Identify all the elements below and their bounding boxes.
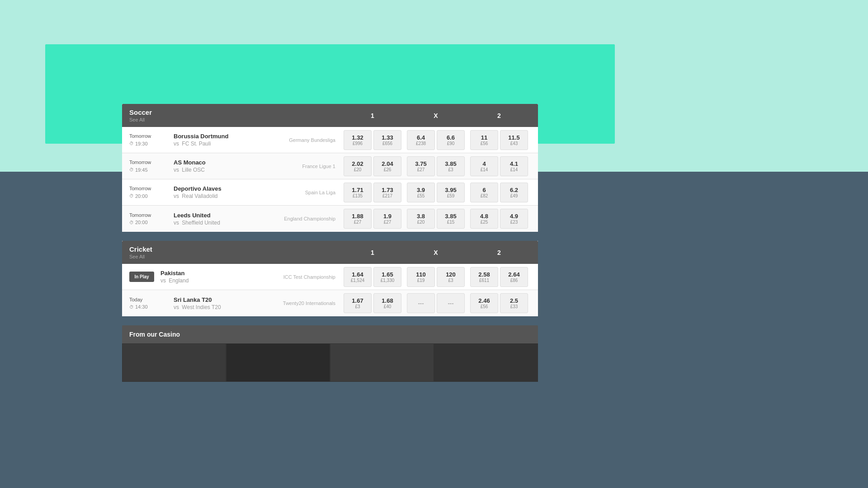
odds-group: 1.71 £135 1.73 £217 3.9 £55 3.95 xyxy=(341,183,531,202)
soccer-title: Soccer xyxy=(129,108,152,116)
odds-btn-xa[interactable]: 3.75 £27 xyxy=(407,156,435,176)
clock-icon: ⏱ xyxy=(129,304,134,310)
soccer-col1-header: 1 xyxy=(341,112,404,119)
clock-icon: ⏱ xyxy=(129,219,134,226)
odds-group: 2.02 £20 2.04 £26 3.75 £27 3.85 xyxy=(341,156,531,176)
odds-btn-xa[interactable]: 6.4 £238 xyxy=(407,130,435,150)
team1-name: Leeds United xyxy=(174,212,259,219)
cricket-see-all[interactable]: See All xyxy=(129,254,152,259)
team2-name: vs England xyxy=(160,277,259,284)
table-row: Tomorrow ⏱ 20:00 Leeds United vs Sheffie… xyxy=(122,206,538,232)
soccer-colx-header: X xyxy=(404,112,467,119)
team2-name: vs West Indies T20 xyxy=(174,304,259,310)
odds-btn-1b[interactable]: 2.04 £26 xyxy=(373,156,401,176)
clock-icon: ⏱ xyxy=(129,166,134,173)
match-time: 19:45 xyxy=(135,166,148,174)
team1-name: Borussia Dortmund xyxy=(174,133,259,140)
cricket-col1-header: 1 xyxy=(341,249,404,256)
league-name: Twenty20 Internationals xyxy=(259,300,341,306)
odds-btn-2a[interactable]: 2.46 £56 xyxy=(470,293,498,313)
match-time: 19:30 xyxy=(135,140,148,148)
odds-btn-xa[interactable]: 3.8 £20 xyxy=(407,209,435,229)
match-time: 20:00 xyxy=(135,192,148,200)
soccer-col2-header: 2 xyxy=(467,112,531,119)
team2-name: vs FC St. Pauli xyxy=(174,141,259,147)
odds-btn-xb[interactable]: 6.6 £90 xyxy=(437,130,465,150)
odds-btn-xb[interactable]: 120 £3 xyxy=(437,267,465,287)
cricket-col2-header: 2 xyxy=(467,249,531,256)
odds-btn-1b[interactable]: 1.33 £656 xyxy=(373,130,401,150)
table-row: Tomorrow ⏱ 19:30 Borussia Dortmund vs FC… xyxy=(122,127,538,153)
match-time-label: Tomorrow xyxy=(129,211,170,219)
odds-btn-1b[interactable]: 1.9 £27 xyxy=(373,209,401,229)
odds-btn-2b[interactable]: 2.5 £33 xyxy=(500,293,528,313)
team1-name: AS Monaco xyxy=(174,159,259,166)
casino-images xyxy=(122,343,538,382)
odds-btn-2a[interactable]: 6 £82 xyxy=(470,183,498,202)
odds-btn-xa[interactable]: --- xyxy=(407,293,435,313)
odds-btn-xb[interactable]: 3.95 £59 xyxy=(437,183,465,202)
match-time: 14:30 xyxy=(135,303,148,311)
odds-group: 1.32 £996 1.33 £656 6.4 £238 6.6 xyxy=(341,130,531,150)
soccer-header: Soccer See All 1 X 2 xyxy=(122,104,538,127)
odds-btn-1b[interactable]: 1.73 £217 xyxy=(373,183,401,202)
match-time-label: Tomorrow xyxy=(129,132,170,140)
odds-btn-1a[interactable]: 1.32 £996 xyxy=(344,130,372,150)
table-row: In Play Pakistan vs England ICC Test Cha… xyxy=(122,264,538,290)
odds-btn-2b[interactable]: 6.2 £49 xyxy=(500,183,528,202)
league-name: England Championship xyxy=(259,216,341,221)
team1-name: Deportivo Alaves xyxy=(174,185,259,192)
odds-group: 1.88 £27 1.9 £27 3.8 £20 3.85 £1 xyxy=(341,209,531,229)
odds-btn-1b[interactable]: 1.68 £40 xyxy=(373,293,401,313)
match-time-label: Tomorrow xyxy=(129,159,170,166)
odds-group: 1.67 £3 1.68 £40 --- --- xyxy=(341,293,531,313)
soccer-section: Soccer See All 1 X 2 Tomorrow ⏱ 19:30 Bo… xyxy=(122,104,538,232)
odds-group: 1.64 £1,524 1.65 £1,330 110 £19 120 xyxy=(341,267,531,287)
casino-image-2[interactable] xyxy=(226,343,330,382)
casino-image-4[interactable] xyxy=(434,343,538,382)
odds-btn-2a[interactable]: 4 £14 xyxy=(470,156,498,176)
clock-icon: ⏱ xyxy=(129,140,134,147)
team1-name: Pakistan xyxy=(160,270,259,277)
cricket-colx-header: X xyxy=(404,249,467,256)
team2-name: vs Sheffield United xyxy=(174,220,259,226)
soccer-see-all[interactable]: See All xyxy=(129,117,152,122)
cricket-title: Cricket xyxy=(129,245,152,253)
odds-btn-xb[interactable]: 3.85 £3 xyxy=(437,156,465,176)
team2-name: vs Real Valladolid xyxy=(174,193,259,199)
table-row: Tomorrow ⏱ 20:00 Deportivo Alaves vs Rea… xyxy=(122,179,538,206)
odds-btn-1a[interactable]: 1.64 £1,524 xyxy=(344,267,372,287)
odds-btn-2b[interactable]: 4.1 £14 xyxy=(500,156,528,176)
casino-section: From our Casino xyxy=(122,325,538,382)
odds-btn-xb[interactable]: 3.85 £15 xyxy=(437,209,465,229)
odds-btn-1a[interactable]: 1.67 £3 xyxy=(344,293,372,313)
odds-btn-1b[interactable]: 1.65 £1,330 xyxy=(373,267,401,287)
odds-btn-1a[interactable]: 2.02 £20 xyxy=(344,156,372,176)
match-time-label: Today xyxy=(129,296,170,304)
match-time-label: Tomorrow xyxy=(129,185,170,192)
cricket-section: Cricket See All 1 X 2 In Play Pakistan v… xyxy=(122,241,538,316)
odds-btn-1a[interactable]: 1.71 £135 xyxy=(344,183,372,202)
odds-btn-xa[interactable]: 110 £19 xyxy=(407,267,435,287)
cricket-header: Cricket See All 1 X 2 xyxy=(122,241,538,264)
odds-btn-xa[interactable]: 3.9 £55 xyxy=(407,183,435,202)
match-time: 20:00 xyxy=(135,219,148,226)
in-play-badge: In Play xyxy=(129,272,154,282)
league-name: ICC Test Championship xyxy=(259,274,341,280)
odds-btn-2a[interactable]: 2.58 £611 xyxy=(470,267,498,287)
league-name: Germany Bundesliga xyxy=(259,137,341,143)
odds-btn-1a[interactable]: 1.88 £27 xyxy=(344,209,372,229)
odds-btn-2b[interactable]: 4.9 £23 xyxy=(500,209,528,229)
odds-btn-2a[interactable]: 4.8 £25 xyxy=(470,209,498,229)
casino-image-1[interactable] xyxy=(122,343,226,382)
odds-btn-2b[interactable]: 2.64 £86 xyxy=(500,267,528,287)
team1-name: Sri Lanka T20 xyxy=(174,296,259,303)
clock-icon: ⏱ xyxy=(129,192,134,199)
league-name: France Ligue 1 xyxy=(259,164,341,169)
table-row: Today ⏱ 14:30 Sri Lanka T20 vs West Indi… xyxy=(122,290,538,316)
odds-btn-2b[interactable]: 11.5 £43 xyxy=(500,130,528,150)
odds-btn-2a[interactable]: 11 £56 xyxy=(470,130,498,150)
odds-btn-xb[interactable]: --- xyxy=(437,293,465,313)
league-name: Spain La Liga xyxy=(259,190,341,195)
casino-image-3[interactable] xyxy=(330,343,434,382)
